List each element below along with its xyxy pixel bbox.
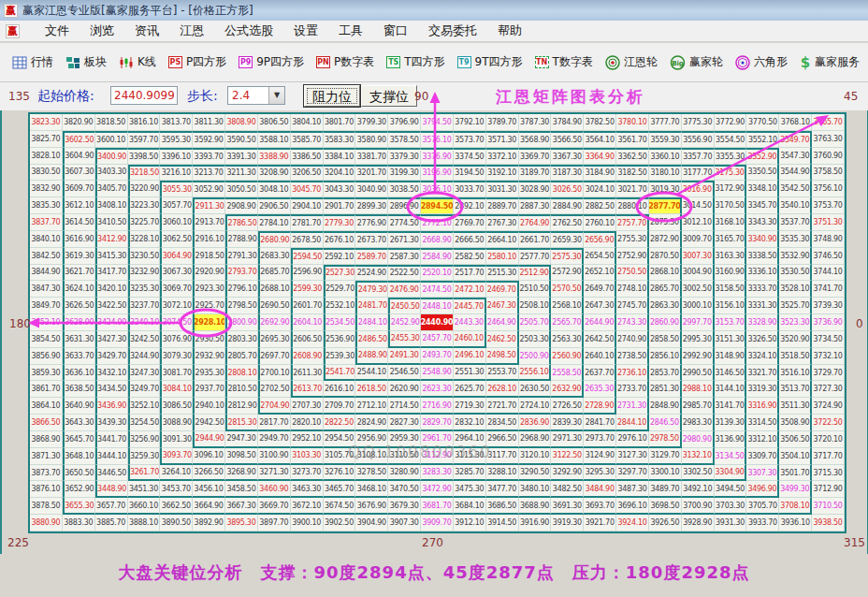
gann-cell[interactable]: 3748.90 [812,231,845,248]
gann-cell[interactable]: 3770.50 [746,114,779,131]
gann-cell[interactable]: 2748.10 [616,281,649,298]
gann-cell[interactable]: 3525.70 [779,298,812,314]
gann-cell[interactable]: 2923.30 [193,281,225,298]
gann-cell[interactable]: 3393.70 [193,148,225,165]
gann-cell[interactable]: 2896.90 [388,197,421,214]
gann-cell[interactable]: 3484.90 [584,481,616,498]
gann-cell[interactable]: 3165.70 [715,231,747,248]
gann-cell[interactable]: 3218.50 [128,165,161,182]
gann-cell[interactable]: 2846.50 [649,415,682,431]
gann-cell[interactable]: 3146.50 [715,365,747,382]
gann-cell[interactable]: 2517.70 [454,265,486,282]
gann-cell[interactable]: 2932.90 [193,348,225,365]
gann-cell[interactable]: 2784.10 [258,214,291,231]
gann-cell[interactable]: 3597.70 [128,131,161,148]
gann-cell[interactable]: 3856.90 [30,348,63,365]
gann-cell[interactable]: 3657.70 [95,498,128,515]
gann-cell[interactable]: 2680.90 [258,231,291,248]
gann-cell[interactable]: 3367.30 [551,148,584,165]
gann-cell[interactable]: 3134.50 [715,448,747,465]
gann-cell[interactable]: 2875.30 [649,214,682,231]
gann-cell[interactable]: 3345.70 [746,197,779,214]
gann-cell[interactable]: 2620.90 [388,381,421,398]
gann-cell[interactable]: 3768.10 [779,114,812,131]
gann-cell[interactable]: 3523.30 [779,314,812,331]
gann-cell[interactable]: 3220.90 [128,181,161,197]
gann-cell[interactable]: 3528.10 [779,281,812,298]
gann-cell[interactable]: 2568.10 [551,298,584,314]
gann-cell[interactable]: 3724.90 [812,398,845,415]
gann-cell[interactable]: 2990.50 [682,365,715,382]
gann-cell[interactable]: 2666.50 [454,231,486,248]
gann-cell[interactable]: 3739.30 [812,298,845,314]
gann-cell[interactable]: 2692.90 [258,314,291,331]
gann-cell[interactable]: 3828.10 [30,148,63,165]
gann-cell[interactable]: 2805.70 [225,348,258,365]
gann-cell[interactable]: 3163.30 [715,248,747,265]
gann-cell[interactable]: 2611.30 [291,365,324,382]
gann-cell[interactable]: 2604.10 [291,314,324,331]
gann-cell[interactable]: 2570.50 [551,281,584,298]
gann-cell[interactable]: 2988.10 [682,381,715,398]
gann-cell[interactable]: 2632.90 [551,381,584,398]
gann-cell[interactable]: 3194.50 [454,165,486,182]
gann-cell[interactable]: 2582.50 [454,248,486,265]
tool-p-table[interactable]: PN P数字表 [313,52,377,72]
gann-cell[interactable]: 3060.10 [160,214,193,231]
gann-cell[interactable]: 2913.70 [193,214,225,231]
gann-cell[interactable]: 2671.30 [388,231,421,248]
gann-cell[interactable]: 3120.10 [519,448,552,465]
gann-cell[interactable]: 3117.70 [486,448,519,465]
gann-cell[interactable]: 3100.90 [258,448,291,465]
gann-cell[interactable]: 3422.50 [95,298,128,314]
menu-item-browse[interactable]: 浏览 [90,22,114,39]
gann-cell[interactable]: 3132.10 [682,448,715,465]
gann-cell[interactable]: 2556.10 [519,365,552,382]
gann-key-cell[interactable]: 2877.70 [649,197,682,214]
gann-cell[interactable]: 3415.30 [95,248,128,265]
gann-cell[interactable]: 3319.30 [746,381,779,398]
gann-cell[interactable]: 3796.90 [388,114,421,131]
gann-cell[interactable]: 2534.50 [324,314,356,331]
gann-cell[interactable]: 3158.50 [715,281,747,298]
gann-cell[interactable]: 3237.70 [128,298,161,314]
gann-cell[interactable]: 3804.10 [291,114,324,131]
gann-cell[interactable]: 3098.50 [225,448,258,465]
gann-cell[interactable]: 3552.10 [746,131,779,148]
gann-cell[interactable]: 2584.90 [421,248,454,265]
gann-cell[interactable]: 2575.30 [551,248,584,265]
gann-cell[interactable]: 2656.90 [584,231,616,248]
gann-cell[interactable]: 3921.70 [584,515,616,531]
gann-cell[interactable]: 3014.50 [682,197,715,214]
gann-cell[interactable]: 2992.90 [682,348,715,365]
gann-cell[interactable]: 2467.30 [486,298,519,314]
gann-cell[interactable]: 3573.70 [454,131,486,148]
gann-cell[interactable]: 3847.30 [30,281,63,298]
gann-cell[interactable]: 2937.70 [193,381,225,398]
gann-cell[interactable]: 2524.90 [355,265,388,282]
gann-cell[interactable]: 2659.30 [551,231,584,248]
gann-cell[interactable]: 3859.30 [30,365,63,382]
gann-cell[interactable]: 3501.70 [779,465,812,482]
gann-cell[interactable]: 2649.70 [584,281,616,298]
gann-cell[interactable]: 3631.30 [63,331,95,348]
gann-cell[interactable]: 2750.50 [616,265,649,282]
gann-cell[interactable]: 3753.70 [812,197,845,214]
gann-cell[interactable]: 2858.50 [649,331,682,348]
gann-cell[interactable]: 3036.10 [421,181,454,197]
chevron-down-icon[interactable]: ▼ [268,87,284,104]
gann-cell[interactable]: 3900.10 [291,515,324,531]
gann-cell[interactable]: 3252.10 [128,398,161,415]
gann-cell[interactable]: 3674.50 [324,498,356,515]
menu-item-tools[interactable]: 工具 [339,22,363,39]
gann-cell[interactable]: 3249.70 [128,381,161,398]
gann-cell[interactable]: 2673.70 [355,231,388,248]
gann-cell[interactable]: 2565.70 [551,314,584,331]
gann-cell[interactable]: 3261.70 [128,465,161,482]
tool-9t-square[interactable]: T9 9T四方形 [455,52,526,72]
gann-cell[interactable]: 3919.30 [551,515,584,531]
gann-cell[interactable]: 3626.50 [63,298,95,314]
menu-item-file[interactable]: 文件 [45,22,69,39]
gann-cell[interactable]: 2980.90 [682,431,715,448]
gann-cell[interactable]: 2443.30 [454,314,486,331]
